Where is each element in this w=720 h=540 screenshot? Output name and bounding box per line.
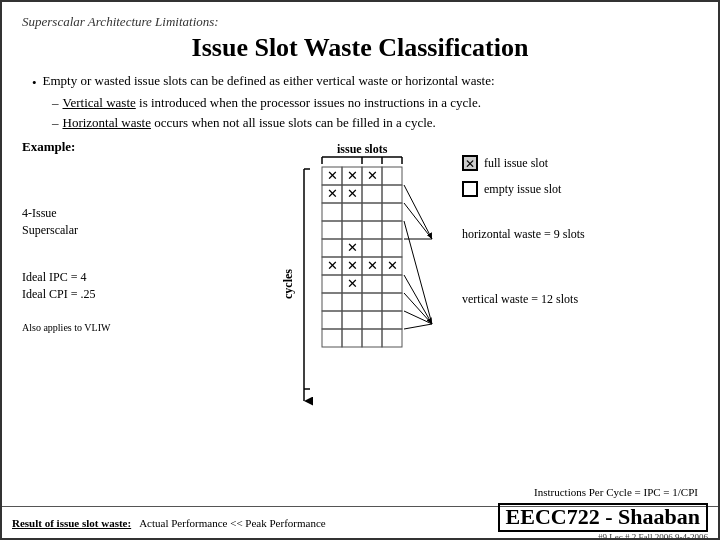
- sub1-rest: is introduced when the processor issues …: [136, 95, 481, 110]
- svg-text:✕: ✕: [347, 240, 358, 255]
- svg-rect-23: [382, 185, 402, 203]
- svg-rect-57: [382, 311, 402, 329]
- svg-line-62: [404, 185, 432, 239]
- content-area: Example: 4-Issue Superscalar Ideal IPC =…: [22, 139, 698, 429]
- svg-rect-49: [382, 275, 402, 293]
- svg-rect-48: [362, 275, 382, 293]
- svg-rect-55: [342, 311, 362, 329]
- issue-desc: 4-Issue Superscalar: [22, 205, 262, 239]
- dash-2: –: [52, 115, 59, 131]
- diagram-svg: issue slots cycles: [262, 139, 472, 429]
- sub2-rest: occurs when not all issue slots can be f…: [151, 115, 436, 130]
- issue-line2: Superscalar: [22, 222, 262, 239]
- svg-rect-53: [382, 293, 402, 311]
- legend-full-text: full issue slot: [484, 156, 548, 171]
- horizontal-waste-annotation: horizontal waste = 9 slots: [462, 227, 698, 242]
- svg-text:cycles: cycles: [281, 269, 295, 299]
- bullet-main-text: Empty or wasted issue slots can be defin…: [43, 73, 495, 89]
- main-title: Issue Slot Waste Classification: [22, 32, 698, 63]
- svg-text:issue slots: issue slots: [337, 142, 388, 156]
- svg-rect-31: [382, 221, 402, 239]
- right-panel: ✕ full issue slot empty issue slot horiz…: [462, 139, 698, 429]
- svg-rect-17: [382, 167, 402, 185]
- sub2-text: Horizontal waste occurs when not all iss…: [63, 115, 436, 131]
- svg-rect-51: [342, 293, 362, 311]
- svg-text:✕: ✕: [347, 168, 358, 183]
- vertical-waste-label: Vertical waste: [63, 95, 136, 110]
- svg-text:✕: ✕: [347, 258, 358, 273]
- svg-rect-25: [342, 203, 362, 221]
- footer-brand: EECC722 - Shaaban: [498, 503, 708, 531]
- footer-lec: #9 Lec # 2 Fall 2006 9-4-2006: [598, 532, 708, 540]
- svg-rect-27: [382, 203, 402, 221]
- vertical-waste-annotation: vertical waste = 12 slots: [462, 292, 698, 307]
- svg-rect-30: [362, 221, 382, 239]
- ideal-desc: Ideal IPC = 4 Ideal CPI = .25: [22, 269, 262, 303]
- svg-rect-54: [322, 311, 342, 329]
- svg-rect-32: [322, 239, 342, 257]
- svg-rect-60: [362, 329, 382, 347]
- svg-rect-59: [342, 329, 362, 347]
- svg-rect-24: [322, 203, 342, 221]
- svg-text:✕: ✕: [367, 168, 378, 183]
- sub-bullet-1: – Vertical waste is introduced when the …: [52, 95, 698, 111]
- svg-text:✕: ✕: [347, 276, 358, 291]
- bullet-main: • Empty or wasted issue slots can be def…: [32, 73, 698, 91]
- legend-empty: empty issue slot: [462, 181, 698, 197]
- footer-result-text: Actual Performance << Peak Performance: [139, 517, 326, 529]
- svg-rect-52: [362, 293, 382, 311]
- svg-text:✕: ✕: [327, 186, 338, 201]
- svg-rect-35: [362, 239, 382, 257]
- svg-rect-45: [322, 275, 342, 293]
- svg-rect-29: [342, 221, 362, 239]
- issue-line1: 4-Issue: [22, 205, 262, 222]
- svg-rect-50: [322, 293, 342, 311]
- svg-line-65: [404, 275, 432, 324]
- ideal-line1: Ideal IPC = 4: [22, 269, 262, 286]
- bullet-section: • Empty or wasted issue slots can be def…: [32, 73, 698, 131]
- legend-empty-icon: [462, 181, 478, 197]
- ipc-formula: Instructions Per Cycle = IPC = 1/CPI: [534, 486, 698, 498]
- slide-container: Superscalar Architecture Limitations: Is…: [0, 0, 720, 540]
- also-applies: Also applies to VLIW: [22, 322, 262, 333]
- header-subtitle: Superscalar Architecture Limitations:: [22, 14, 698, 30]
- horizontal-waste-label: Horizontal waste: [63, 115, 151, 130]
- svg-text:✕: ✕: [327, 168, 338, 183]
- legend-full: ✕ full issue slot: [462, 155, 698, 171]
- bullet-dot: •: [32, 75, 37, 91]
- svg-line-68: [404, 324, 432, 329]
- svg-rect-36: [382, 239, 402, 257]
- dash-1: –: [52, 95, 59, 111]
- left-panel: Example: 4-Issue Superscalar Ideal IPC =…: [22, 139, 262, 429]
- svg-rect-22: [362, 185, 382, 203]
- footer-result-label: Result of issue slot waste:: [12, 517, 131, 529]
- svg-rect-28: [322, 221, 342, 239]
- sub-bullet-2: – Horizontal waste occurs when not all i…: [52, 115, 698, 131]
- diagram-panel: issue slots cycles: [262, 139, 462, 429]
- footer-right: EECC722 - Shaaban #9 Lec # 2 Fall 2006 9…: [498, 503, 708, 540]
- sub1-text: Vertical waste is introduced when the pr…: [63, 95, 481, 111]
- svg-rect-56: [362, 311, 382, 329]
- svg-text:✕: ✕: [387, 258, 398, 273]
- example-label: Example:: [22, 139, 262, 155]
- footer: Result of issue slot waste: Actual Perfo…: [2, 506, 718, 538]
- svg-rect-58: [322, 329, 342, 347]
- legend-empty-text: empty issue slot: [484, 182, 561, 197]
- svg-text:✕: ✕: [367, 258, 378, 273]
- svg-rect-61: [382, 329, 402, 347]
- legend-full-icon: ✕: [462, 155, 478, 171]
- svg-text:✕: ✕: [327, 258, 338, 273]
- ideal-line2: Ideal CPI = .25: [22, 286, 262, 303]
- svg-line-63: [404, 203, 432, 239]
- svg-rect-26: [362, 203, 382, 221]
- svg-text:✕: ✕: [347, 186, 358, 201]
